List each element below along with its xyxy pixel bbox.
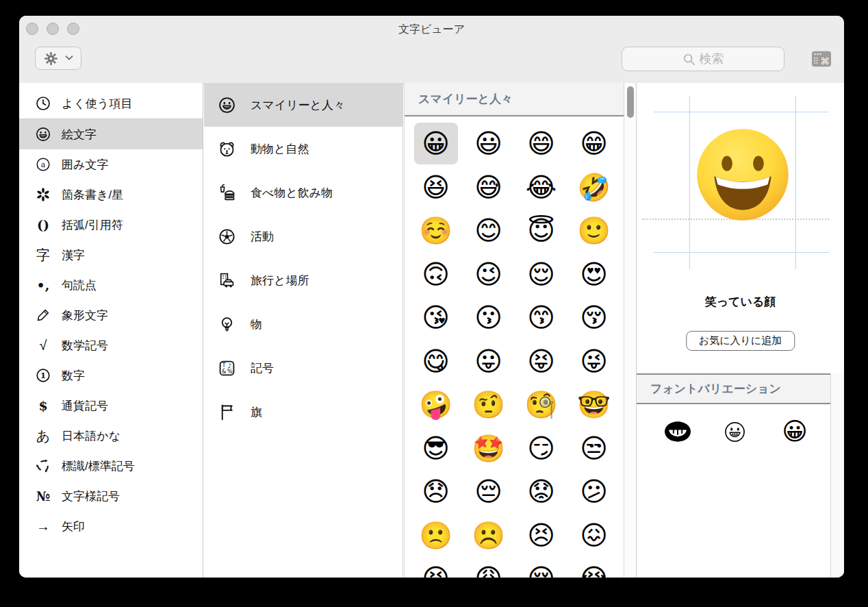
emoji-cell[interactable]: 😟 [515, 470, 567, 514]
emoji-cell[interactable]: 🙂 [567, 209, 620, 253]
emoji-cell[interactable]: 😅 [462, 166, 515, 210]
character-viewer-window: 文字ビューア 検索 よく使う項目絵文字囲み文字箇条書き/星()括弧/引用符字漢字… [19, 16, 844, 578]
emoji-cell[interactable]: 😫 [409, 557, 462, 578]
kanji-icon: 字 [33, 248, 53, 262]
emoji-cell[interactable]: 😀 [409, 122, 462, 166]
sidebar-item-1[interactable]: 絵文字 [19, 119, 203, 149]
emoji-cell[interactable]: 😛 [462, 340, 515, 384]
emoji-cell-box: 😙 [520, 297, 563, 338]
emoji-cell[interactable]: 😕 [567, 470, 620, 514]
emoji-cell[interactable]: 😃 [462, 122, 515, 166]
sidebar-item-13[interactable]: №文字様記号 [19, 481, 203, 511]
circled-a-icon [33, 156, 53, 173]
character-palette-button[interactable] [808, 48, 835, 70]
emoji-cell[interactable]: ☹️ [462, 514, 515, 558]
emoji-glyph: 🤩 [472, 435, 505, 462]
emoji-cell-box: 😇 [520, 210, 563, 251]
emoji-cell[interactable]: 😖 [567, 514, 620, 558]
emoji-cell[interactable]: 🤩 [462, 427, 515, 471]
emoji-glyph: 😍 [580, 261, 608, 288]
emoji-glyph: 😢 [527, 565, 555, 578]
emoji-cell[interactable]: 🙃 [409, 253, 462, 297]
sidebar-item-11[interactable]: あ日本語かな [19, 421, 203, 451]
emoji-glyph: 😏 [527, 435, 555, 462]
sidebar-item-8[interactable]: √数学記号 [19, 330, 203, 360]
sidebar-item-4[interactable]: ()括弧/引用符 [19, 210, 203, 240]
sidebar-item-3[interactable]: 箇条書き/星 [19, 179, 203, 210]
emoji-cell[interactable]: 😉 [462, 253, 515, 297]
emoji-cell[interactable]: 😢 [515, 557, 567, 578]
emoji-cell[interactable]: 😭 [567, 557, 620, 578]
action-gear-button[interactable] [35, 47, 81, 70]
emoji-cell[interactable]: 😚 [567, 296, 620, 340]
emoji-cell[interactable]: 🤓 [567, 383, 620, 427]
font-variant-black[interactable] [661, 417, 694, 447]
sidebar-item-label: 文字様記号 [62, 488, 120, 504]
category-item-3[interactable]: 活動 [204, 214, 403, 258]
emoji-cell[interactable]: 😞 [409, 470, 462, 514]
emoji-cell[interactable]: 🤨 [462, 383, 515, 427]
emoji-cell[interactable]: 😊 [462, 209, 515, 253]
emoji-cell-box: 😭 [572, 558, 616, 578]
emoji-cell[interactable]: 😗 [462, 296, 515, 340]
gear-icon [43, 51, 59, 66]
sidebar-item-0[interactable]: よく使う項目 [19, 88, 203, 119]
emoji-cell[interactable]: 🙁 [409, 514, 462, 558]
grid-scrollbar-track[interactable] [624, 83, 637, 578]
sidebar-item-14[interactable]: →矢印 [19, 511, 203, 541]
category-item-7[interactable]: 旗 [204, 390, 403, 434]
sidebar-item-6[interactable]: •,句読点 [19, 270, 203, 300]
emoji-cell[interactable]: 😋 [409, 340, 462, 384]
emoji-cell[interactable]: 😎 [409, 427, 462, 471]
sidebar-item-2[interactable]: 囲み文字 [19, 149, 203, 179]
emoji-cell[interactable]: 😍 [567, 253, 620, 297]
emoji-cell[interactable]: ☺️ [409, 209, 462, 253]
emoji-cell[interactable]: 😘 [409, 296, 462, 340]
sidebar-item-10[interactable]: $通貨記号 [19, 391, 203, 421]
emoji-glyph: 😄 [527, 130, 555, 157]
emoji-cell-box: 😖 [572, 515, 616, 556]
emoji-cell[interactable]: 😔 [462, 470, 515, 514]
emoji-cell[interactable]: 🧐 [515, 383, 567, 427]
category-item-4[interactable]: 旅行と場所 [204, 258, 403, 302]
sidebar-item-7[interactable]: 象形文字 [19, 300, 203, 330]
category-item-6[interactable]: 記号 [204, 346, 403, 390]
category-item-0[interactable]: スマイリーと人々 [204, 83, 403, 127]
emoji-cell[interactable]: 😆 [409, 166, 462, 210]
sidebar-item-label: 囲み文字 [62, 157, 108, 173]
emoji-cell[interactable]: 😙 [515, 296, 567, 340]
search-field[interactable]: 検索 [622, 47, 784, 71]
font-variations-scrollbar-track[interactable] [830, 373, 844, 578]
emoji-glyph: 🙁 [419, 522, 452, 549]
category-item-1[interactable]: 動物と自然 [204, 127, 403, 171]
emoji-glyph: 😘 [422, 304, 450, 331]
emoji-cell[interactable]: 😁 [567, 122, 620, 166]
category-item-2[interactable]: 食べ物と飲み物 [204, 171, 403, 214]
sidebar-item-9[interactable]: 数字 [19, 360, 203, 391]
recycle-icon [33, 458, 53, 474]
emoji-cell[interactable]: 😌 [515, 253, 567, 297]
sidebar-item-5[interactable]: 字漢字 [19, 240, 203, 270]
sidebar-item-12[interactable]: 標識/標準記号 [19, 451, 203, 481]
punctuation-icon: •, [33, 279, 53, 292]
emoji-cell[interactable]: 😏 [515, 427, 567, 471]
emoji-cell[interactable]: 😝 [515, 340, 567, 384]
emoji-cell[interactable]: 🤣 [567, 166, 620, 210]
emoji-cell[interactable]: 🤪 [409, 383, 462, 427]
emoji-cell-box: 😞 [414, 471, 458, 512]
emoji-cell[interactable]: 😒 [567, 427, 620, 471]
add-to-favorites-button[interactable]: お気に入りに追加 [686, 331, 795, 351]
emoji-cell[interactable]: 😇 [515, 209, 567, 253]
grid-scrollbar-thumb[interactable] [627, 86, 634, 118]
emoji-cell[interactable]: 😜 [567, 340, 620, 384]
search-icon [682, 53, 695, 66]
font-variant-color[interactable]: 😀 [781, 417, 808, 447]
emoji-cell-box: 😘 [414, 297, 458, 338]
font-variant-outline[interactable] [722, 417, 747, 447]
emoji-cell[interactable]: 😩 [462, 557, 515, 578]
emoji-cell[interactable]: 😣 [515, 514, 567, 558]
category-item-5[interactable]: 物 [204, 302, 403, 346]
emoji-cell[interactable]: 😂 [515, 166, 567, 210]
emoji-cell[interactable]: 😄 [515, 122, 567, 166]
character-name: 笑っている顔 [637, 294, 844, 310]
